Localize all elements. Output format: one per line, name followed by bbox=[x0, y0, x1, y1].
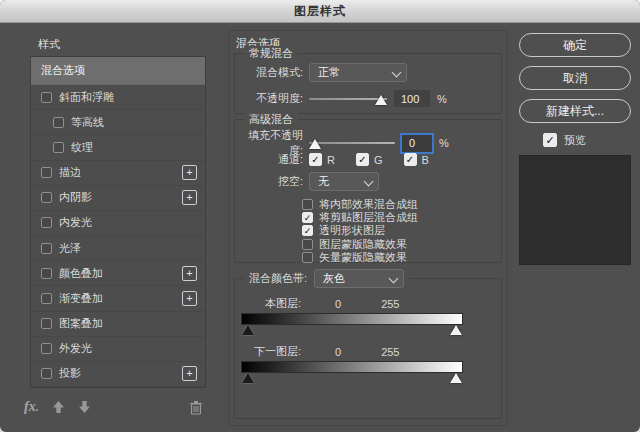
effects-list-item-3[interactable]: 纹理 bbox=[31, 135, 205, 160]
underlying-layer-shadow-stop[interactable] bbox=[242, 373, 254, 383]
effect-enable-checkbox[interactable] bbox=[41, 92, 52, 103]
effect-item-label: 渐变叠加 bbox=[59, 291, 103, 306]
effects-list-item-0[interactable]: 混合选项 bbox=[31, 57, 205, 85]
channel-r: R bbox=[309, 153, 335, 166]
effect-enable-checkbox[interactable] bbox=[41, 268, 52, 279]
effects-list-item-8[interactable]: 颜色叠加+ bbox=[31, 261, 205, 286]
advanced-option-2[interactable]: 透明形状图层 bbox=[302, 224, 418, 237]
effects-list-item-11[interactable]: 外发光 bbox=[31, 337, 205, 362]
effect-enable-checkbox[interactable] bbox=[41, 368, 52, 379]
add-effect-instance-button[interactable]: + bbox=[182, 366, 197, 381]
effect-item-label: 内阴影 bbox=[59, 190, 92, 205]
effect-enable-checkbox[interactable] bbox=[41, 243, 52, 254]
ok-button[interactable]: 确定 bbox=[519, 33, 631, 57]
effects-list-item-1[interactable]: 斜面和浮雕 bbox=[31, 85, 205, 110]
move-down-icon[interactable] bbox=[78, 400, 91, 414]
effects-list-item-12[interactable]: 投影+ bbox=[31, 362, 205, 387]
option-checkbox[interactable] bbox=[302, 225, 313, 236]
blend-if-label: 混合颜色带: bbox=[249, 271, 307, 286]
channel-b-checkbox[interactable] bbox=[404, 153, 417, 166]
preview-swatch bbox=[519, 155, 631, 265]
preview-checkbox[interactable] bbox=[543, 133, 557, 147]
effect-item-label: 混合选项 bbox=[41, 63, 85, 78]
opacity-slider[interactable] bbox=[309, 93, 387, 105]
action-column: 确定 取消 新建样式... 预览 bbox=[519, 33, 631, 265]
blend-if-channel-value: 灰色 bbox=[323, 271, 345, 286]
effects-list-item-10[interactable]: 图案叠加 bbox=[31, 312, 205, 337]
effects-list-item-4[interactable]: 描边+ bbox=[31, 161, 205, 186]
this-layer-label: 本图层: bbox=[241, 296, 301, 311]
underlying-layer-row: 下一图层: 0 255 bbox=[241, 344, 399, 359]
fill-opacity-slider[interactable] bbox=[309, 137, 395, 149]
option-checkbox[interactable] bbox=[302, 199, 313, 210]
underlying-layer-max: 255 bbox=[381, 346, 399, 358]
channels-row: 通道: RGB bbox=[241, 152, 450, 167]
advanced-option-1[interactable]: 将剪贴图层混合成组 bbox=[302, 211, 418, 224]
effect-item-label: 投影 bbox=[59, 366, 81, 381]
fill-opacity-slider-thumb[interactable] bbox=[309, 139, 321, 149]
chevron-down-icon bbox=[364, 177, 374, 187]
option-checkbox[interactable] bbox=[302, 212, 313, 223]
advanced-option-0[interactable]: 将内部效果混合成组 bbox=[302, 198, 418, 211]
effect-enable-checkbox[interactable] bbox=[41, 167, 52, 178]
effect-enable-checkbox[interactable] bbox=[41, 318, 52, 329]
knockout-select[interactable]: 无 bbox=[309, 172, 379, 191]
this-layer-shadow-stop[interactable] bbox=[242, 325, 254, 335]
advanced-option-3[interactable]: 图层蒙版隐藏效果 bbox=[302, 238, 418, 251]
blend-mode-label: 混合模式: bbox=[241, 65, 303, 80]
add-effect-instance-button[interactable]: + bbox=[182, 291, 197, 306]
effect-item-label: 内发光 bbox=[59, 215, 92, 230]
add-effect-instance-button[interactable]: + bbox=[182, 165, 197, 180]
effects-list-item-5[interactable]: 内阴影+ bbox=[31, 186, 205, 211]
blend-if-channel-select[interactable]: 灰色 bbox=[314, 269, 404, 288]
effect-enable-checkbox[interactable] bbox=[53, 117, 64, 128]
advanced-blending-legend: 高级混合 bbox=[244, 112, 298, 127]
option-checkbox[interactable] bbox=[302, 239, 313, 250]
channel-r-checkbox[interactable] bbox=[309, 153, 322, 166]
effect-item-label: 纹理 bbox=[71, 140, 93, 155]
effect-item-label: 等高线 bbox=[71, 115, 104, 130]
add-effect-instance-button[interactable]: + bbox=[182, 266, 197, 281]
channel-b: B bbox=[404, 153, 429, 166]
dialog-body: 样式 混合选项斜面和浮雕等高线纹理描边+内阴影+内发光光泽颜色叠加+渐变叠加+图… bbox=[0, 23, 640, 432]
option-checkbox[interactable] bbox=[302, 252, 313, 263]
effects-list-item-6[interactable]: 内发光 bbox=[31, 211, 205, 236]
general-blending-legend: 常规混合 bbox=[244, 46, 298, 61]
effects-list-item-9[interactable]: 渐变叠加+ bbox=[31, 286, 205, 311]
this-layer-highlight-stop[interactable] bbox=[450, 325, 462, 335]
move-up-icon[interactable] bbox=[52, 400, 65, 414]
advanced-option-4[interactable]: 矢量蒙版隐藏效果 bbox=[302, 251, 418, 264]
underlying-layer-min: 0 bbox=[335, 346, 341, 358]
fx-icon[interactable]: fx bbox=[24, 399, 39, 415]
blend-mode-value: 正常 bbox=[318, 65, 340, 80]
add-effect-instance-button[interactable]: + bbox=[182, 190, 197, 205]
effects-list-item-7[interactable]: 光泽 bbox=[31, 236, 205, 261]
effects-list-item-2[interactable]: 等高线 bbox=[31, 110, 205, 135]
channel-letter: B bbox=[422, 154, 429, 166]
channel-letter: G bbox=[374, 154, 383, 166]
new-style-button[interactable]: 新建样式... bbox=[519, 99, 631, 123]
advanced-options: 将内部效果混合成组将剪贴图层混合成组透明形状图层图层蒙版隐藏效果矢量蒙版隐藏效果 bbox=[302, 198, 418, 264]
cancel-button[interactable]: 取消 bbox=[519, 66, 631, 90]
trash-icon[interactable] bbox=[189, 400, 203, 415]
preview-row: 预览 bbox=[543, 132, 631, 148]
effect-enable-checkbox[interactable] bbox=[53, 142, 64, 153]
fill-opacity-input[interactable]: 0 bbox=[402, 135, 432, 152]
this-layer-gradient-bar[interactable] bbox=[241, 313, 463, 325]
effect-enable-checkbox[interactable] bbox=[41, 343, 52, 354]
opacity-input[interactable]: 100 bbox=[394, 90, 430, 107]
effect-item-label: 光泽 bbox=[59, 241, 81, 256]
blend-mode-select[interactable]: 正常 bbox=[309, 63, 407, 82]
underlying-layer-highlight-stop[interactable] bbox=[450, 373, 462, 383]
opacity-slider-thumb[interactable] bbox=[375, 95, 387, 105]
channel-g-checkbox[interactable] bbox=[356, 153, 369, 166]
slider-track bbox=[309, 142, 395, 144]
titlebar[interactable]: 图层样式 bbox=[0, 0, 640, 23]
effect-enable-checkbox[interactable] bbox=[41, 293, 52, 304]
underlying-layer-gradient-bar[interactable] bbox=[241, 361, 463, 373]
effect-enable-checkbox[interactable] bbox=[41, 217, 52, 228]
opacity-label: 不透明度: bbox=[241, 91, 303, 106]
effect-enable-checkbox[interactable] bbox=[41, 192, 52, 203]
general-blending-group: 常规混合 混合模式: 正常 不透明度: 100 bbox=[234, 53, 502, 114]
option-label: 矢量蒙版隐藏效果 bbox=[319, 250, 407, 265]
